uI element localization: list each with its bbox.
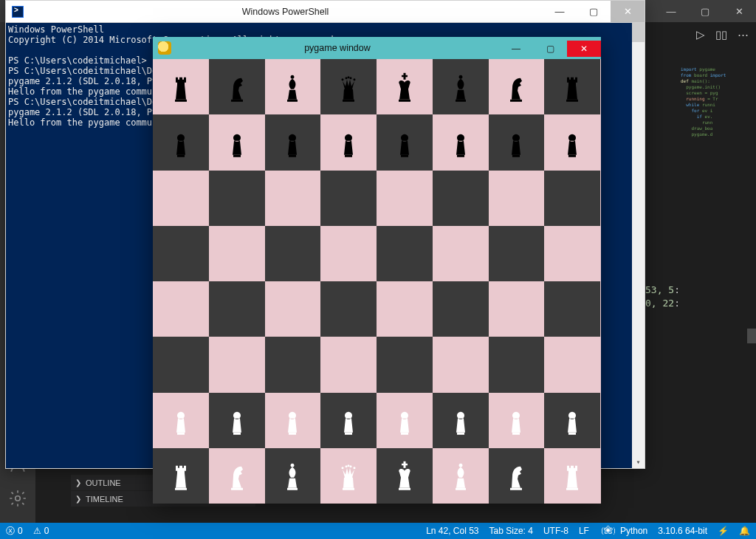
board-square[interactable] [377,393,433,448]
board-square[interactable] [489,226,545,281]
ps-maximize-button[interactable]: ▢ [577,1,611,22]
board-square[interactable] [544,114,600,170]
more-icon[interactable]: ⋯ [738,28,749,41]
ps-minimize-button[interactable]: — [543,1,577,22]
chess-piece-wP[interactable] [554,397,591,442]
board-square[interactable] [377,337,433,392]
board-square[interactable] [209,59,265,114]
chess-piece-wK[interactable] [386,453,423,497]
pygame-surface[interactable] [153,59,601,504]
chess-piece-wN[interactable] [498,453,535,497]
notifications-icon[interactable]: 🔔 [739,526,750,536]
board-square[interactable] [265,226,321,281]
powershell-titlebar[interactable]: Windows PowerShell — ▢ ✕ [5,0,645,22]
board-square[interactable] [265,337,321,392]
chess-piece-wP[interactable] [442,397,479,442]
vscode-close-button[interactable]: ✕ [722,0,756,22]
chess-piece-bP[interactable] [330,120,367,164]
board-square[interactable] [489,171,545,226]
board-square[interactable] [265,59,321,114]
chess-piece-bR[interactable] [554,63,591,108]
board-square[interactable] [489,59,545,114]
vscode-minimize-button[interactable]: — [654,0,688,22]
status-tabsize[interactable]: Tab Size: 4 [489,526,533,536]
board-square[interactable] [544,281,600,337]
status-language[interactable]: ⟮❀⟯ Python [599,526,647,536]
chess-piece-bB[interactable] [274,63,311,108]
board-square[interactable] [209,226,265,281]
chess-board[interactable] [153,59,600,504]
board-square[interactable] [433,337,489,392]
board-square[interactable] [433,226,489,281]
status-cursor[interactable]: Ln 42, Col 53 [426,526,478,536]
board-square[interactable] [377,448,433,504]
board-square[interactable] [265,448,321,504]
chess-piece-wR[interactable] [162,453,199,497]
board-square[interactable] [433,59,489,114]
board-square[interactable] [265,281,321,337]
chess-piece-bN[interactable] [219,63,255,108]
board-square[interactable] [320,59,377,114]
board-square[interactable] [320,226,377,281]
board-square[interactable] [153,448,209,504]
board-square[interactable] [153,226,209,281]
board-square[interactable] [153,114,209,170]
board-square[interactable] [489,337,545,392]
status-errors[interactable]: ⓧ 0 [6,525,23,538]
chess-piece-wP[interactable] [162,397,199,442]
board-square[interactable] [320,448,377,504]
chess-piece-bB[interactable] [442,63,479,108]
board-square[interactable] [377,114,433,170]
board-square[interactable] [433,281,489,337]
chess-piece-bP[interactable] [219,120,255,164]
chess-piece-bN[interactable] [498,63,535,108]
board-square[interactable] [209,393,265,448]
board-square[interactable] [433,171,489,226]
board-square[interactable] [489,448,545,504]
board-square[interactable] [489,114,545,170]
board-square[interactable] [320,281,377,337]
console-scrollbar-thumb[interactable] [632,23,645,42]
board-square[interactable] [433,448,489,504]
board-square[interactable] [153,337,209,392]
chess-piece-wP[interactable] [219,397,255,442]
console-scrollbar[interactable] [632,23,645,468]
vscode-maximize-button[interactable]: ▢ [688,0,722,22]
settings-gear-icon[interactable] [8,489,27,508]
chess-piece-bP[interactable] [554,120,591,164]
status-interpreter[interactable]: 3.10.6 64-bit [658,526,707,536]
chess-piece-wP[interactable] [330,397,367,442]
board-square[interactable] [209,337,265,392]
chess-piece-wP[interactable] [274,397,311,442]
chess-piece-wB[interactable] [274,453,311,497]
board-square[interactable] [433,114,489,170]
board-square[interactable] [265,114,321,170]
chess-piece-wB[interactable] [442,453,479,497]
board-square[interactable] [320,114,377,170]
board-square[interactable] [209,448,265,504]
chess-piece-bP[interactable] [162,120,199,164]
chess-piece-bP[interactable] [274,120,311,164]
chess-piece-wP[interactable] [498,397,535,442]
ps-close-button[interactable]: ✕ [611,1,645,22]
board-square[interactable] [320,171,377,226]
board-square[interactable] [377,226,433,281]
board-square[interactable] [433,393,489,448]
board-square[interactable] [209,171,265,226]
chess-piece-bP[interactable] [442,120,479,164]
board-square[interactable] [377,281,433,337]
chess-piece-bK[interactable] [386,63,423,108]
chess-piece-wR[interactable] [554,453,591,497]
chess-piece-bP[interactable] [386,120,423,164]
pygame-titlebar[interactable]: pygame window — ▢ ✕ [153,37,601,59]
board-square[interactable] [320,393,377,448]
board-square[interactable] [265,393,321,448]
board-square[interactable] [377,59,433,114]
board-square[interactable] [209,114,265,170]
chess-piece-wN[interactable] [219,453,255,497]
chess-piece-bP[interactable] [498,120,535,164]
editor-scrollbar-thumb[interactable] [747,329,756,343]
board-square[interactable] [489,281,545,337]
chess-piece-wP[interactable] [386,397,423,442]
split-editor-icon[interactable]: ▯▯ [715,28,727,41]
